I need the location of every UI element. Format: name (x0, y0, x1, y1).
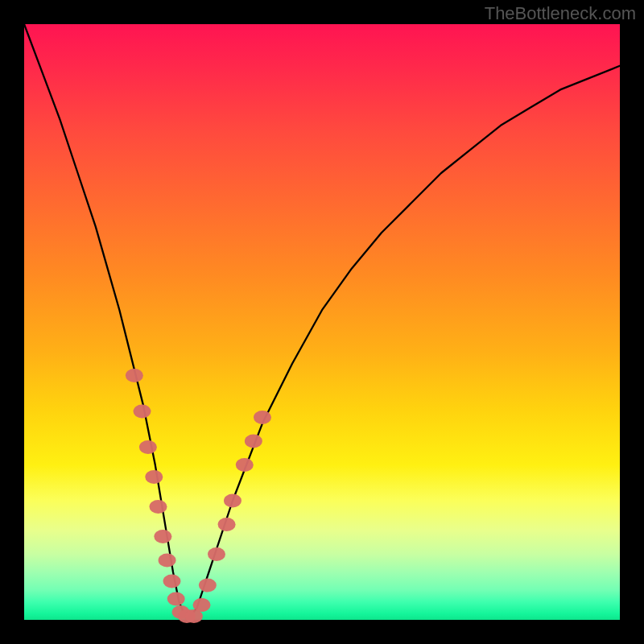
svg-point-7 (163, 574, 181, 588)
svg-point-18 (245, 435, 262, 448)
svg-point-5 (154, 530, 171, 543)
chart-overlay (24, 24, 620, 620)
svg-point-4 (150, 500, 167, 514)
fit-markers (126, 369, 271, 623)
svg-point-1 (134, 405, 151, 419)
svg-point-14 (208, 547, 225, 561)
svg-point-16 (224, 494, 242, 508)
svg-point-15 (218, 518, 236, 531)
chart-stage: TheBottleneck.com (0, 0, 644, 644)
svg-point-2 (139, 440, 157, 454)
svg-point-3 (145, 470, 163, 484)
svg-point-0 (126, 369, 143, 382)
bottleneck-curve (24, 24, 620, 617)
svg-point-13 (199, 579, 217, 592)
svg-point-12 (193, 598, 211, 612)
svg-point-19 (254, 411, 271, 424)
svg-point-17 (236, 458, 254, 472)
svg-point-6 (159, 554, 176, 568)
watermark-text: TheBottleneck.com (485, 3, 636, 24)
svg-point-8 (167, 592, 185, 606)
